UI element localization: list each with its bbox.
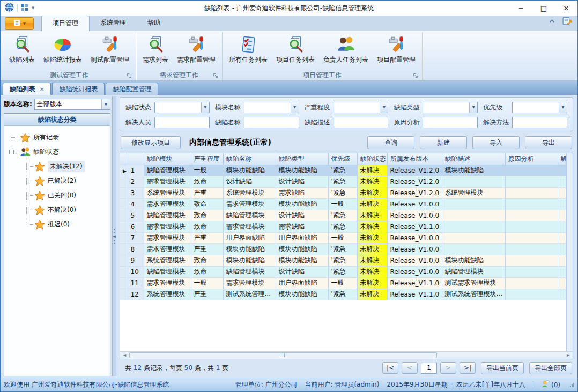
- cell-severity[interactable]: 一般: [191, 165, 223, 176]
- tree-item-all-records[interactable]: 所有记录: [4, 130, 110, 145]
- cell-severity[interactable]: 严重: [191, 289, 223, 300]
- cell-reason[interactable]: [505, 198, 558, 210]
- table-row[interactable]: ▶1缺陷管理模块一般模块功能缺陷模块功能缺陷'紧急未解决Release_V1.2…: [120, 165, 566, 176]
- cell-module[interactable]: 缺陷管理模块: [144, 210, 191, 221]
- cell-solution[interactable]: [558, 266, 566, 277]
- ribbon-button-requirement-config-management[interactable]: 需求配置管理: [173, 33, 220, 65]
- cell-priority[interactable]: 一般: [328, 198, 357, 210]
- cell-name[interactable]: 用户界面缺陷: [223, 232, 276, 243]
- cell-type[interactable]: 设计缺陷: [276, 266, 328, 277]
- doc-tab-defect-config-management[interactable]: 缺陷配置管理: [106, 83, 158, 95]
- table-row[interactable]: 6需求管理模块致命需求管理模块需求缺陷'紧急未解决Release_V1.1.0: [120, 221, 566, 232]
- cell-status[interactable]: 未解决: [357, 232, 387, 243]
- cell-status[interactable]: 未解决: [357, 266, 387, 277]
- cell-name[interactable]: 缺陷管理模块: [223, 266, 276, 277]
- cell-release[interactable]: Release_V1.0.0: [387, 243, 442, 255]
- cell-release[interactable]: Release_V1.2.0: [387, 176, 442, 187]
- cell-name[interactable]: 系统管理模块: [223, 187, 276, 198]
- cell-status[interactable]: 未解决: [357, 176, 387, 187]
- application-menu-button[interactable]: ▼: [5, 17, 34, 30]
- cell-desc[interactable]: 测试系统管理模块...: [442, 289, 505, 300]
- column-header-0[interactable]: 缺陷模块: [144, 153, 191, 165]
- cell-reason[interactable]: [505, 266, 558, 277]
- cell-priority[interactable]: '紧急: [328, 243, 357, 255]
- cell-type[interactable]: 模块功能缺陷: [276, 243, 328, 255]
- cell-release[interactable]: Release_V1.0.0: [387, 210, 442, 221]
- cell-name[interactable]: 模块功能缺陷: [223, 255, 276, 266]
- cell-desc[interactable]: [442, 243, 505, 255]
- cell-status[interactable]: 未解决: [357, 165, 387, 176]
- cell-solution[interactable]: [558, 277, 566, 289]
- cell-name[interactable]: 模块功能缺陷: [223, 243, 276, 255]
- cell-priority[interactable]: '紧急: [328, 165, 357, 176]
- row-selector-cell[interactable]: [120, 289, 128, 300]
- table-row[interactable]: 9系统管理模块致命模块功能缺陷模块功能缺陷'紧急未解决Release_V1.0.…: [120, 255, 566, 266]
- cell-module[interactable]: 系统管理模块: [144, 187, 191, 198]
- cell-module[interactable]: 缺陷管理模块: [144, 165, 191, 176]
- cell-severity[interactable]: 致命: [191, 210, 223, 221]
- table-row[interactable]: 8需求管理模块严重模块功能缺陷模块功能缺陷'紧急未解决Release_V1.0.…: [120, 243, 566, 255]
- table-row[interactable]: 10缺陷管理模块致命缺陷管理模块设计缺陷'紧急未解决Release_V1.0.0…: [120, 266, 566, 277]
- cell-type[interactable]: 设计缺陷: [276, 176, 328, 187]
- cell-type[interactable]: 模块功能缺陷: [276, 255, 328, 266]
- dialog-launcher-icon[interactable]: [127, 73, 132, 79]
- tree-item-defect-status[interactable]: −缺陷状态: [4, 145, 110, 159]
- export-button[interactable]: 导出: [525, 136, 572, 149]
- prev-page-button[interactable]: <: [402, 362, 418, 374]
- cell-release[interactable]: Release_V1.0.0: [387, 255, 442, 266]
- dropdown-arrow-icon[interactable]: ▼: [380, 102, 388, 113]
- cell-release[interactable]: Release_V1.1.0: [387, 277, 442, 289]
- cell-release[interactable]: Release_V1.1.0: [387, 221, 442, 232]
- cell-status[interactable]: 未解决: [357, 221, 387, 232]
- cell-type[interactable]: 设计缺陷: [276, 210, 328, 221]
- cell-solution[interactable]: [558, 165, 566, 176]
- tab-close-icon[interactable]: ✕: [40, 86, 44, 92]
- resize-grip[interactable]: [570, 383, 574, 387]
- cell-release[interactable]: Release_V1.0.0: [387, 266, 442, 277]
- cell-type[interactable]: 模块功能缺陷: [276, 198, 328, 210]
- tree-item-postponed[interactable]: 推迟(0): [4, 217, 110, 232]
- splitter-collapse-icon[interactable]: ◄: [113, 234, 115, 239]
- cell-module[interactable]: 需求管理模块: [144, 221, 191, 232]
- cell-desc[interactable]: [442, 221, 505, 232]
- close-button[interactable]: ✕: [555, 1, 577, 16]
- cell-type[interactable]: 用户界面缺陷: [276, 232, 328, 243]
- row-selector-cell[interactable]: [120, 176, 128, 187]
- row-selector-cell[interactable]: [120, 187, 128, 198]
- tree-item-unresolved[interactable]: 未解决(12): [4, 159, 110, 174]
- version-dropdown-icon[interactable]: ▼: [101, 99, 110, 109]
- cell-name[interactable]: 设计缺陷: [223, 176, 276, 187]
- ribbon-button-all-task-list[interactable]: 所有任务列表: [225, 33, 272, 65]
- cell-name[interactable]: 需求管理模块: [223, 221, 276, 232]
- dropdown-arrow-icon[interactable]: ▼: [559, 102, 567, 113]
- cell-desc[interactable]: 缺陷管理模块: [442, 266, 505, 277]
- column-header-1[interactable]: 严重程度: [191, 153, 223, 165]
- column-header-6[interactable]: 所属发布版本: [387, 153, 442, 165]
- column-header-9[interactable]: 解决方法: [558, 153, 566, 165]
- cell-name[interactable]: 需求管理模块: [223, 198, 276, 210]
- export-all-pages-button[interactable]: 导出全部页: [529, 362, 572, 374]
- dialog-launcher-icon[interactable]: [213, 73, 219, 79]
- cell-desc[interactable]: 系统管理模块: [442, 187, 505, 198]
- cell-desc[interactable]: 模块功能缺陷: [442, 255, 505, 266]
- doc-tab-defect-stats-report[interactable]: 缺陷统计报表: [52, 83, 105, 95]
- cell-severity[interactable]: 致命: [191, 176, 223, 187]
- cell-type[interactable]: 模块功能缺陷: [276, 289, 328, 300]
- table-row[interactable]: 3系统管理模块严重系统管理模块需求缺陷'紧急未解决Release_V1.2.0系…: [120, 187, 566, 198]
- cell-status[interactable]: 未解决: [357, 243, 387, 255]
- horizontal-scrollbar-thumb[interactable]: [129, 352, 437, 358]
- cell-type[interactable]: 需求缺陷: [276, 221, 328, 232]
- column-header-4[interactable]: 优先级: [328, 153, 357, 165]
- cell-priority[interactable]: '紧急: [328, 210, 357, 221]
- cell-module[interactable]: 需求管理模块: [144, 277, 191, 289]
- module-name-filter-select[interactable]: ▼: [244, 102, 299, 113]
- defect-name-filter-input[interactable]: [244, 117, 299, 128]
- cell-type[interactable]: 模块功能缺陷: [276, 165, 328, 176]
- collapse-ribbon-chevron-icon[interactable]: [549, 17, 555, 27]
- horizontal-scrollbar[interactable]: ◄ ►: [120, 351, 573, 359]
- cell-name[interactable]: 模块功能缺陷: [223, 165, 276, 176]
- cell-solution[interactable]: [558, 289, 566, 300]
- cell-desc[interactable]: 测试需求管理模块: [442, 277, 505, 289]
- row-selector-cell[interactable]: [120, 221, 128, 232]
- cell-module[interactable]: 需求管理模块: [144, 198, 191, 210]
